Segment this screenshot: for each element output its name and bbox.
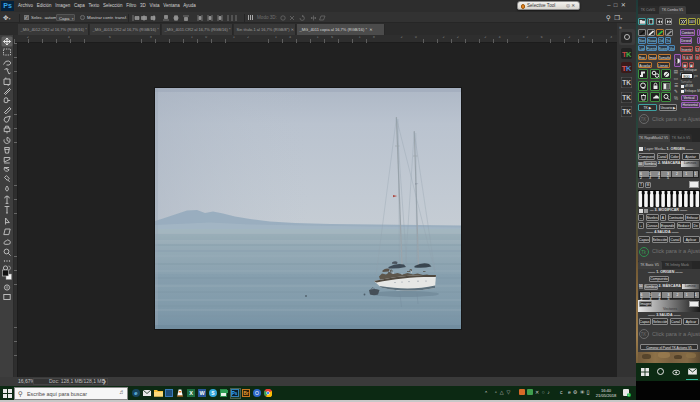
svg-text:K: K <box>626 64 632 73</box>
svg-text:K: K <box>626 50 632 59</box>
svg-text:TK: TK <box>622 108 631 115</box>
svg-text:TK: TK <box>622 79 631 86</box>
svg-text:TK: TK <box>622 94 631 101</box>
